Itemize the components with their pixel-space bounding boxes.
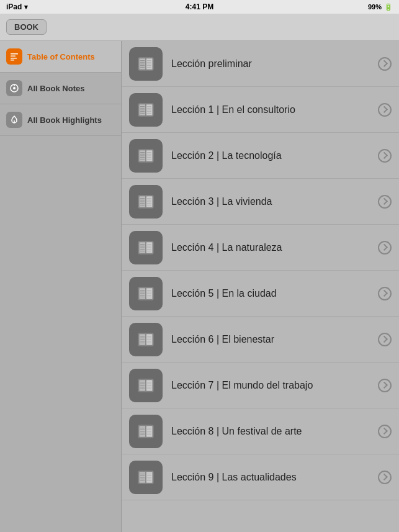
arrow-icon <box>378 57 392 71</box>
arrow-icon <box>378 103 392 117</box>
svg-rect-2 <box>11 58 17 59</box>
book-icon <box>129 323 163 356</box>
status-bar: iPad ▾ 4:41 PM 99% 🔋 <box>0 0 399 14</box>
book-button[interactable]: BOOK <box>6 19 47 35</box>
list-item[interactable]: Lección 1 | En el consultorio <box>122 87 399 133</box>
item-title: Lección preliminar <box>171 58 373 70</box>
arrow-icon <box>378 195 392 209</box>
wifi-icon: ▾ <box>24 3 28 11</box>
item-title: Lección 5 | En la ciudad <box>171 288 373 299</box>
list-item[interactable]: Lección 8 | Un festival de arte <box>122 408 399 454</box>
book-icon <box>129 277 163 310</box>
list-item[interactable]: Lección 2 | La tecnología <box>122 133 399 179</box>
toc-icon <box>6 48 22 65</box>
sidebar-highlights-label: All Book Highlights <box>27 115 102 125</box>
item-title: Lección 3 | La vivienda <box>171 196 373 207</box>
status-time: 4:41 PM <box>186 2 213 11</box>
main-content: Table of Contents All Book Notes All Boo… <box>0 41 399 532</box>
arrow-icon <box>378 379 392 392</box>
notes-icon <box>6 80 22 96</box>
list-item[interactable]: Lección 9 | Las actualidades <box>122 454 399 500</box>
battery-label: 99% <box>368 3 382 11</box>
book-icon <box>129 47 163 81</box>
list-item[interactable]: Lección preliminar <box>122 41 399 87</box>
sidebar-notes-label: All Book Notes <box>27 84 84 93</box>
book-icon <box>129 185 163 219</box>
book-icon <box>129 231 163 264</box>
item-title: Lección 1 | En el consultorio <box>171 104 373 115</box>
arrow-icon <box>378 287 392 300</box>
arrow-icon <box>378 149 392 163</box>
arrow-icon <box>378 333 392 346</box>
item-title: Lección 9 | Las actualidades <box>171 472 373 483</box>
list-item[interactable]: Lección 4 | La naturaleza <box>122 225 399 271</box>
item-title: Lección 2 | La tecnología <box>171 150 373 161</box>
book-icon <box>129 461 163 494</box>
sidebar: Table of Contents All Book Notes All Boo… <box>0 41 122 532</box>
book-icon <box>129 139 163 173</box>
svg-rect-1 <box>11 56 16 57</box>
list-item[interactable]: Lección 3 | La vivienda <box>122 179 399 225</box>
content-list[interactable]: Lección preliminar <box>122 41 399 532</box>
status-left: iPad ▾ <box>6 2 28 11</box>
item-title: Lección 7 | El mundo del trabajo <box>171 380 373 391</box>
item-title: Lección 4 | La naturaleza <box>171 242 373 253</box>
svg-rect-0 <box>11 53 18 55</box>
status-right: 99% 🔋 <box>368 3 393 11</box>
sidebar-item-notes[interactable]: All Book Notes <box>0 73 121 104</box>
svg-point-5 <box>13 87 16 89</box>
sidebar-item-toc[interactable]: Table of Contents <box>0 41 121 73</box>
book-icon <box>129 415 163 448</box>
book-icon <box>129 369 163 402</box>
highlights-icon <box>6 112 22 128</box>
carrier-label: iPad <box>6 2 22 11</box>
item-title: Lección 6 | El bienestar <box>171 334 373 345</box>
arrow-icon <box>378 425 392 438</box>
nav-bar: BOOK <box>0 14 399 41</box>
sidebar-item-highlights[interactable]: All Book Highlights <box>0 104 121 136</box>
list-item[interactable]: Lección 7 | El mundo del trabajo <box>122 363 399 408</box>
arrow-icon <box>378 241 392 255</box>
list-item[interactable]: Lección 6 | El bienestar <box>122 317 399 363</box>
battery-icon: 🔋 <box>384 3 393 11</box>
arrow-icon <box>378 471 392 484</box>
list-item[interactable]: Lección 5 | En la ciudad <box>122 271 399 317</box>
sidebar-toc-label: Table of Contents <box>27 52 95 61</box>
item-title: Lección 8 | Un festival de arte <box>171 426 373 437</box>
svg-rect-3 <box>11 60 14 61</box>
book-icon <box>129 93 163 127</box>
